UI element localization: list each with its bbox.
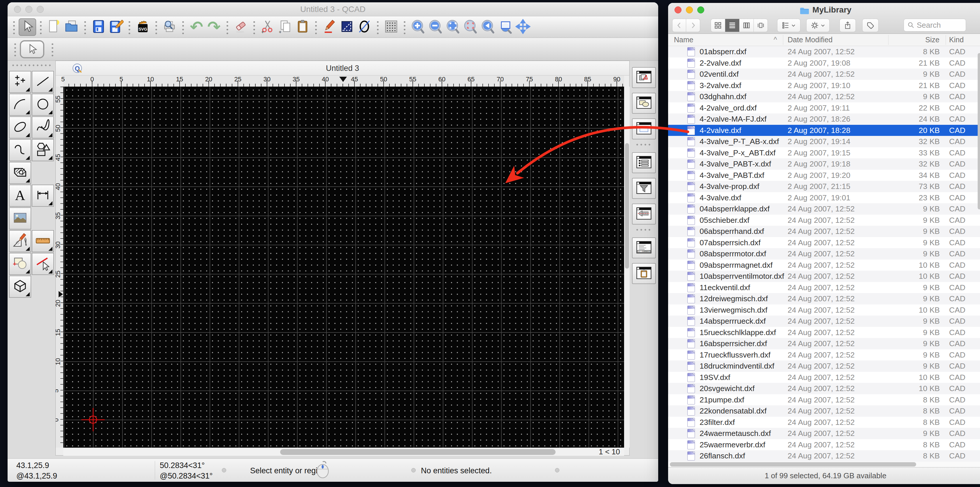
file-row[interactable]: 12dreiwegmisch.dxf 24 Aug 2007, 12:52 9 … <box>668 293 980 304</box>
file-row[interactable]: 4-3valve_P-x_ABT.dxf 2 Aug 2007, 19:15 3… <box>668 147 980 159</box>
previous-view-button[interactable] <box>479 18 497 36</box>
toolbar-grip[interactable] <box>51 42 54 56</box>
file-row[interactable]: 22kondensatabl.dxf 24 Aug 2007, 12:52 8 … <box>668 405 980 417</box>
file-row[interactable]: 07absperrsich.dxf 24 Aug 2007, 12:52 9 K… <box>668 237 980 248</box>
file-row[interactable]: 05schieber.dxf 24 Aug 2007, 12:52 9 KB C… <box>668 215 980 226</box>
file-row[interactable]: 4-2valve.dxf 2 Aug 2007, 18:28 20 KB CAD <box>668 125 980 136</box>
search-field[interactable]: Search <box>904 19 966 32</box>
file-row[interactable]: 4-3valve_PABT-x.dxf 2 Aug 2007, 19:18 32… <box>668 158 980 170</box>
toolbar-grip[interactable] <box>226 20 229 34</box>
layer-list-panel-button[interactable] <box>632 67 656 88</box>
document-tab-title[interactable]: Untitled 3 <box>56 64 629 73</box>
canvas-hscrollbar[interactable] <box>63 448 570 456</box>
share-button[interactable] <box>840 19 856 32</box>
save-button[interactable] <box>90 18 107 36</box>
hscrollbar-thumb[interactable] <box>670 462 916 466</box>
toolbar-grip[interactable] <box>377 20 379 34</box>
toolbar-grip[interactable] <box>84 20 86 34</box>
file-row[interactable]: 4-3valve_PABT.dxf 2 Aug 2007, 19:20 34 K… <box>668 170 980 181</box>
arrange-menu-button[interactable] <box>777 19 800 32</box>
selection-arrow-button[interactable] <box>20 40 44 58</box>
tags-button[interactable] <box>862 19 878 32</box>
spline-tools-button[interactable] <box>32 116 54 138</box>
save-as-button[interactable] <box>107 18 125 36</box>
new-document-button[interactable] <box>46 18 63 36</box>
list-hscrollbar[interactable] <box>668 462 980 467</box>
canvas-vscrollbar[interactable] <box>624 87 630 448</box>
zoom-selection-button[interactable] <box>462 18 479 36</box>
file-row[interactable]: 11eckventil.dxf 24 Aug 2007, 12:52 9 KB … <box>668 282 980 293</box>
dimension-tools-button[interactable] <box>32 185 54 207</box>
file-row[interactable]: 08absperrmotor.dxf 24 Aug 2007, 12:52 9 … <box>668 248 980 259</box>
file-row[interactable]: 24waermetausch.dxf 24 Aug 2007, 12:52 9 … <box>668 428 980 439</box>
file-row[interactable]: 09absperrmagnet.dxf 24 Aug 2007, 12:52 1… <box>668 259 980 271</box>
point-tools-button[interactable] <box>9 71 31 93</box>
toolbar-grip[interactable] <box>155 20 158 34</box>
file-row[interactable]: 26flansch.dxf 24 Aug 2007, 12:52 8 KB CA… <box>668 450 980 462</box>
cad-tools-button[interactable] <box>9 230 31 252</box>
file-row[interactable]: 04absperrklappe.dxf 24 Aug 2007, 12:52 9… <box>668 203 980 215</box>
toolbar-grip[interactable] <box>253 20 255 34</box>
ellipse-slash-button[interactable] <box>356 18 373 36</box>
auto-zoom-button[interactable] <box>444 18 462 36</box>
paste-button[interactable] <box>294 18 311 36</box>
redo-button[interactable]: ↷ <box>205 18 223 36</box>
clipboard-panel-panel-button[interactable] <box>632 263 656 284</box>
file-row[interactable]: 13vierwegmisch.dxf 24 Aug 2007, 12:52 10… <box>668 304 980 316</box>
column-header-size[interactable]: Size <box>888 36 939 44</box>
file-row[interactable]: 25waermeverbr.dxf 24 Aug 2007, 12:52 8 K… <box>668 439 980 450</box>
dock-grip[interactable] <box>635 229 653 232</box>
file-row[interactable]: 03dghahn.dxf 24 Aug 2007, 12:52 9 KB CAD <box>668 91 980 102</box>
file-row[interactable]: 18druckmindventil.dxf 24 Aug 2007, 12:52… <box>668 360 980 372</box>
file-row[interactable]: 01absperr.dxf 24 Aug 2007, 12:52 8 KB CA… <box>668 46 980 57</box>
preview-panel-panel-button[interactable] <box>632 118 656 139</box>
shape-tools-button[interactable] <box>32 139 54 161</box>
scale-dashed-button[interactable] <box>338 18 356 36</box>
image-tool-button[interactable] <box>9 207 31 229</box>
toolbar-grip[interactable] <box>403 20 406 34</box>
snap-tools-button[interactable] <box>9 253 31 275</box>
hscrollbar-thumb[interactable] <box>280 449 555 455</box>
file-row[interactable]: 17rueckflussverh.dxf 24 Aug 2007, 12:52 … <box>668 349 980 361</box>
palette-grip[interactable] <box>11 63 52 68</box>
column-header-kind[interactable]: Kind <box>949 36 964 44</box>
arc-tools-button[interactable] <box>9 94 31 116</box>
solid-tools-button[interactable] <box>9 275 31 298</box>
file-row[interactable]: 10absperrventilmotor.dxf 24 Aug 2007, 12… <box>668 271 980 282</box>
vscrollbar-thumb[interactable] <box>625 143 629 269</box>
drawing-canvas[interactable] <box>63 87 624 448</box>
polyline-tools-button[interactable] <box>9 139 31 161</box>
column-header-date[interactable]: Date Modified <box>788 36 832 44</box>
toolbar-grip[interactable] <box>14 42 16 56</box>
export-svg-button[interactable]: SVG <box>134 18 151 36</box>
file-row[interactable]: 4-3valve.dxf 2 Aug 2007, 19:01 23 KB CAD <box>668 192 980 204</box>
list-vscrollbar-thumb[interactable] <box>978 53 980 209</box>
line-tools-button[interactable] <box>32 71 54 93</box>
file-row[interactable]: 2-2valve.dxf 2 Aug 2007, 19:08 21 KB CAD <box>668 57 980 69</box>
circle-tools-button[interactable] <box>32 94 54 116</box>
file-row[interactable]: 4-2valve_ord.dxf 2 Aug 2007, 19:11 22 KB… <box>668 102 980 114</box>
hatch-tool-button[interactable] <box>9 162 31 184</box>
pan-zoom-button[interactable] <box>514 18 532 36</box>
erase-button[interactable] <box>232 18 250 36</box>
file-row[interactable]: 14absperrrueck.dxf 24 Aug 2007, 12:52 9 … <box>668 315 980 327</box>
file-row[interactable]: 16absperrsicher.dxf 24 Aug 2007, 12:52 9… <box>668 338 980 349</box>
file-row[interactable]: 15rueckschlklappe.dxf 24 Aug 2007, 12:52… <box>668 327 980 338</box>
property-editor-panel-button[interactable] <box>632 204 656 224</box>
file-row[interactable]: 06absperrhand.dxf 24 Aug 2007, 12:52 9 K… <box>668 226 980 237</box>
file-row[interactable]: 02ventil.dxf 24 Aug 2007, 12:52 9 KB CAD <box>668 68 980 80</box>
measure-tools-button[interactable] <box>32 230 54 252</box>
list-view-button[interactable] <box>725 19 739 32</box>
modify-tools-button[interactable] <box>32 253 54 275</box>
draw-pencil-button[interactable] <box>321 18 338 36</box>
selection-filter-panel-button[interactable] <box>632 178 656 199</box>
block-list-panel-button[interactable] <box>632 93 656 114</box>
cut-button[interactable]: + <box>259 18 276 36</box>
column-header-name[interactable]: Name <box>674 36 694 44</box>
toolbar-grip[interactable] <box>128 20 130 34</box>
file-row[interactable]: 20svgewicht.dxf 24 Aug 2007, 12:52 10 KB… <box>668 383 980 394</box>
back-button[interactable] <box>672 19 686 32</box>
copy-button[interactable]: + <box>276 18 294 36</box>
file-row[interactable]: 19SV.dxf 24 Aug 2007, 12:52 10 KB CAD <box>668 372 980 383</box>
file-row[interactable]: 21pumpe.dxf 24 Aug 2007, 12:52 8 KB CAD <box>668 394 980 406</box>
